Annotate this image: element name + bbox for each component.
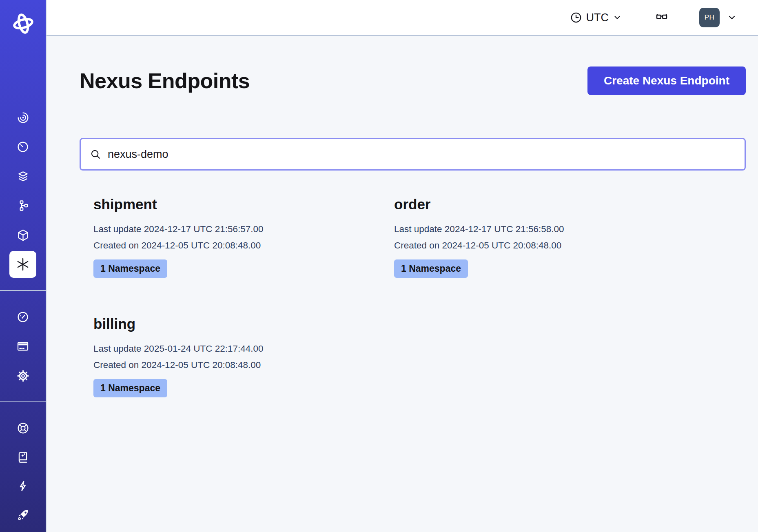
sidebar-item-schedules[interactable] xyxy=(0,132,46,162)
life-ring-icon xyxy=(16,421,30,435)
namespace-badge: 1 Namespace xyxy=(93,379,167,397)
endpoint-card-order[interactable]: order Last update 2024-12-17 UTC 21:56:5… xyxy=(380,196,681,278)
credit-card-icon xyxy=(16,340,29,353)
workflows-icon xyxy=(16,111,30,124)
gauge-icon xyxy=(16,310,29,324)
sidebar-item-deployments[interactable] xyxy=(0,191,46,220)
search-box xyxy=(80,138,746,171)
account-menu[interactable]: PH xyxy=(699,8,737,27)
cube-icon xyxy=(16,228,30,242)
sidebar-item-billing[interactable] xyxy=(0,332,46,361)
namespace-badge: 1 Namespace xyxy=(93,259,167,278)
chevron-down-icon xyxy=(613,13,622,22)
sidebar-item-workflows[interactable] xyxy=(0,103,46,132)
endpoint-created-on: Created on 2024-12-05 UTC 20:08:48.00 xyxy=(93,357,380,373)
endpoint-search-input[interactable] xyxy=(108,148,736,161)
temporal-logo-icon xyxy=(11,12,35,35)
sidebar-item-docs[interactable] xyxy=(0,443,46,472)
endpoint-name: order xyxy=(394,196,681,213)
main-content: Nexus Endpoints Create Nexus Endpoint sh… xyxy=(47,37,758,532)
rocket-icon xyxy=(16,508,30,522)
top-header: UTC PH xyxy=(47,0,758,36)
sidebar-item-support[interactable] xyxy=(0,414,46,443)
sidebar-item-nexus[interactable] xyxy=(0,250,46,279)
schedules-icon xyxy=(16,140,29,153)
book-sparkle-icon xyxy=(16,451,29,464)
endpoint-name: billing xyxy=(93,315,380,332)
nexus-asterisk-icon xyxy=(15,256,31,273)
create-nexus-endpoint-button[interactable]: Create Nexus Endpoint xyxy=(587,66,746,95)
page-title: Nexus Endpoints xyxy=(80,69,250,93)
gear-icon xyxy=(16,369,30,383)
clock-icon xyxy=(570,11,582,24)
sidebar-item-quick-actions[interactable] xyxy=(0,472,46,501)
sidebar-divider xyxy=(0,401,46,402)
search-icon xyxy=(90,149,101,160)
timezone-label: UTC xyxy=(586,11,609,24)
chevron-down-icon xyxy=(727,13,737,22)
lightning-icon xyxy=(17,480,29,492)
deployments-icon xyxy=(16,199,29,212)
endpoint-card-shipment[interactable]: shipment Last update 2024-12-17 UTC 21:5… xyxy=(80,196,380,278)
sidebar-item-getting-started[interactable] xyxy=(0,501,46,530)
avatar-initials: PH xyxy=(705,13,715,22)
glasses-icon xyxy=(654,10,669,25)
nexus-active-tile xyxy=(9,251,36,278)
namespaces-icon xyxy=(16,170,30,183)
sidebar-item-services[interactable] xyxy=(0,220,46,250)
endpoint-grid: shipment Last update 2024-12-17 UTC 21:5… xyxy=(80,196,746,435)
endpoint-name: shipment xyxy=(93,196,380,213)
endpoint-last-update: Last update 2024-12-17 UTC 21:56:58.00 xyxy=(394,221,681,237)
timezone-selector[interactable]: UTC xyxy=(570,11,622,24)
sidebar-divider xyxy=(0,290,46,291)
endpoint-last-update: Last update 2024-12-17 UTC 21:56:57.00 xyxy=(93,221,380,237)
sidebar-item-namespaces[interactable] xyxy=(0,162,46,191)
endpoint-created-on: Created on 2024-12-05 UTC 20:08:48.00 xyxy=(93,237,380,254)
endpoint-card-billing[interactable]: billing Last update 2025-01-24 UTC 22:17… xyxy=(80,315,380,397)
sidebar-item-settings[interactable] xyxy=(0,361,46,390)
endpoint-created-on: Created on 2024-12-05 UTC 20:08:48.00 xyxy=(394,237,681,254)
title-row: Nexus Endpoints Create Nexus Endpoint xyxy=(80,66,746,95)
namespace-badge: 1 Namespace xyxy=(394,259,468,278)
avatar: PH xyxy=(699,8,720,27)
temporal-logo[interactable] xyxy=(0,11,47,37)
sidebar-item-usage[interactable] xyxy=(0,302,46,332)
endpoint-last-update: Last update 2025-01-24 UTC 22:17:44.00 xyxy=(93,341,380,357)
labs-mode-toggle[interactable] xyxy=(654,10,669,25)
sidebar xyxy=(0,0,47,532)
